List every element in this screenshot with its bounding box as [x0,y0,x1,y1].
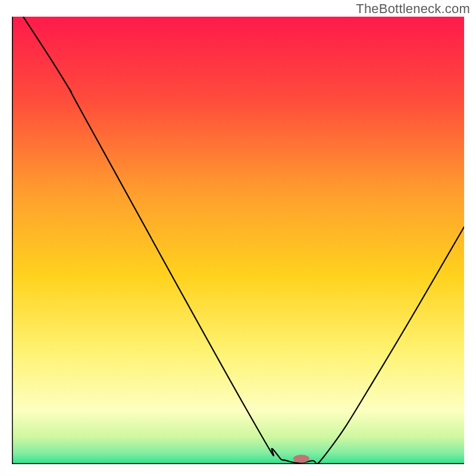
chart-background [12,17,464,464]
chart-svg [12,17,464,464]
optimal-marker [293,455,309,463]
chart-frame: TheBottleneck.com [0,0,476,476]
watermark-text: TheBottleneck.com [356,1,470,17]
plot-area [12,17,464,464]
